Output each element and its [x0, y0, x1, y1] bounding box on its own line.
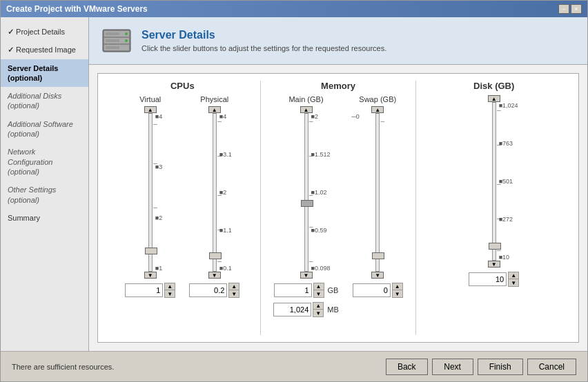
title-bar: Create Project with VMware Servers − ×: [1, 1, 587, 17]
header-text: Server Details Click the slider buttons …: [141, 29, 386, 52]
memory-sliders-row: Main (GB) ▲ ─ ─ ─ ─: [273, 95, 403, 335]
memory-title: Memory: [321, 81, 355, 91]
main-memory-column: Main (GB) ▲ ─ ─ ─ ─: [273, 95, 339, 335]
main-content: CPUs Virtual ▲: [89, 65, 587, 351]
disk-title: Disk (GB): [473, 81, 514, 91]
physical-cpu-spin-up[interactable]: ▲: [229, 283, 239, 290]
disk-spin-up[interactable]: ▲: [509, 272, 518, 279]
physical-cpu-spin-down[interactable]: ▼: [229, 290, 239, 297]
sidebar-item-summary[interactable]: Summary: [1, 209, 88, 227]
sidebar-item-additional-software[interactable]: Additional Software (optional): [1, 115, 88, 143]
physical-cpu-down[interactable]: ▼: [208, 272, 221, 279]
virtual-cpu-input-row: ▲ ▼: [125, 283, 175, 298]
sidebar-item-network-configuration[interactable]: Network Configuration (optional): [1, 143, 88, 181]
virtual-cpu-label: Virtual: [139, 95, 161, 103]
swap-memory-up[interactable]: ▲: [371, 106, 384, 113]
disk-section: Disk (GB) ▲ ─ ─ ─ ─: [416, 81, 571, 335]
swap-memory-spin-down[interactable]: ▼: [393, 290, 402, 297]
status-text: There are sufficient resources.: [12, 363, 114, 371]
main-memory-mb-unit: MB: [327, 305, 339, 314]
sliders-container: CPUs Virtual ▲: [97, 73, 579, 343]
virtual-cpu-input[interactable]: [125, 283, 163, 297]
main-memory-gb-input[interactable]: [274, 283, 312, 297]
virtual-cpu-spin-up[interactable]: ▲: [165, 283, 175, 290]
server-icon: [100, 24, 133, 57]
button-group: Back Next Finish Cancel: [386, 359, 576, 375]
sidebar-item-additional-disks[interactable]: Additional Disks (optional): [1, 87, 88, 115]
swap-memory-column: Swap (GB) ▲ ─ ─0: [353, 95, 403, 335]
bottom-bar: There are sufficient resources. Back Nex…: [1, 351, 587, 381]
virtual-cpu-spin-down[interactable]: ▼: [165, 290, 175, 297]
physical-cpu-label: Physical: [200, 95, 228, 103]
cancel-button[interactable]: Cancel: [527, 359, 576, 375]
finish-button[interactable]: Finish: [478, 359, 523, 375]
back-button[interactable]: Back: [386, 359, 428, 375]
main-header: Server Details Click the slider buttons …: [89, 17, 587, 65]
disk-spin-down[interactable]: ▼: [509, 279, 518, 286]
svg-point-5: [125, 39, 128, 42]
swap-memory-spin-up[interactable]: ▲: [393, 283, 402, 290]
virtual-cpu-column: Virtual ▲ ─ ─ ─: [125, 95, 175, 335]
svg-point-4: [125, 32, 128, 35]
svg-rect-8: [106, 39, 119, 42]
sidebar-item-requested-image[interactable]: Requested Image: [1, 41, 88, 59]
cpus-title: CPUs: [170, 81, 195, 91]
main-memory-spin-down[interactable]: ▼: [314, 290, 324, 297]
main-memory-mb-spinners: ▲ ▼: [313, 302, 324, 317]
close-button[interactable]: ×: [571, 4, 582, 14]
minimize-button[interactable]: −: [558, 4, 569, 14]
main-memory-spin-up[interactable]: ▲: [314, 283, 324, 290]
main-memory-mb-input[interactable]: [273, 303, 311, 316]
swap-memory-input-row: ▲ ▼: [353, 283, 403, 298]
main-memory-mb-row: ▲ ▼ MB: [273, 302, 339, 317]
swap-memory-down[interactable]: ▼: [371, 272, 384, 279]
virtual-cpu-up[interactable]: ▲: [144, 106, 157, 113]
physical-cpu-input-row: ▲ ▼: [189, 283, 239, 298]
main-memory-label: Main (GB): [288, 95, 323, 103]
sidebar-item-other-settings[interactable]: Other Settings (optional): [1, 181, 88, 209]
content-area: Project Details Requested Image Server D…: [1, 17, 587, 351]
window-title: Create Project with VMware Servers: [6, 4, 148, 14]
virtual-cpu-spinners: ▲ ▼: [164, 283, 175, 298]
disk-up[interactable]: ▲: [488, 95, 500, 102]
disk-spinners: ▲ ▼: [508, 272, 519, 287]
main-memory-spinners: ▲ ▼: [313, 283, 324, 298]
main-memory-mb-spin-down[interactable]: ▼: [313, 310, 323, 316]
main-memory-up[interactable]: ▲: [300, 106, 313, 113]
disk-down[interactable]: ▼: [488, 261, 500, 268]
main-memory-down[interactable]: ▼: [300, 272, 313, 279]
main-memory-input-row: ▲ ▼ GB: [274, 283, 339, 298]
swap-memory-input[interactable]: [353, 283, 391, 297]
swap-memory-spinners: ▲ ▼: [392, 283, 403, 298]
disk-input[interactable]: [469, 272, 507, 286]
window-controls: − ×: [558, 4, 582, 14]
main-panel: Server Details Click the slider buttons …: [89, 17, 587, 351]
sidebar: Project Details Requested Image Server D…: [1, 17, 89, 351]
svg-rect-7: [106, 32, 119, 35]
svg-point-6: [125, 46, 128, 49]
swap-memory-label: Swap (GB): [359, 95, 396, 103]
main-window: Create Project with VMware Servers − × P…: [0, 0, 588, 382]
physical-cpu-spinners: ▲ ▼: [228, 283, 239, 298]
cpus-section: CPUs Virtual ▲: [105, 81, 261, 335]
page-title: Server Details: [141, 29, 386, 41]
page-description: Click the slider buttons to adjust the s…: [141, 44, 386, 52]
physical-cpu-column: Physical ▲ ─ ─ ─ ─: [189, 95, 239, 335]
virtual-cpu-down[interactable]: ▼: [144, 272, 157, 279]
physical-cpu-input[interactable]: [189, 283, 227, 297]
memory-section: Memory Main (GB) ▲ ─ ─: [261, 81, 417, 335]
svg-rect-9: [106, 46, 119, 49]
next-button[interactable]: Next: [432, 359, 473, 375]
sidebar-item-server-details[interactable]: Server Details (optional): [1, 59, 88, 88]
sidebar-item-project-details[interactable]: Project Details: [1, 23, 88, 41]
disk-input-row: ▲ ▼: [469, 272, 519, 287]
cpus-sliders-row: Virtual ▲ ─ ─ ─: [125, 95, 239, 335]
swap-memory-thumb[interactable]: [372, 252, 384, 259]
main-memory-gb-unit: GB: [328, 286, 339, 294]
main-memory-mb-spin-up[interactable]: ▲: [313, 303, 323, 310]
physical-cpu-up[interactable]: ▲: [208, 106, 221, 113]
